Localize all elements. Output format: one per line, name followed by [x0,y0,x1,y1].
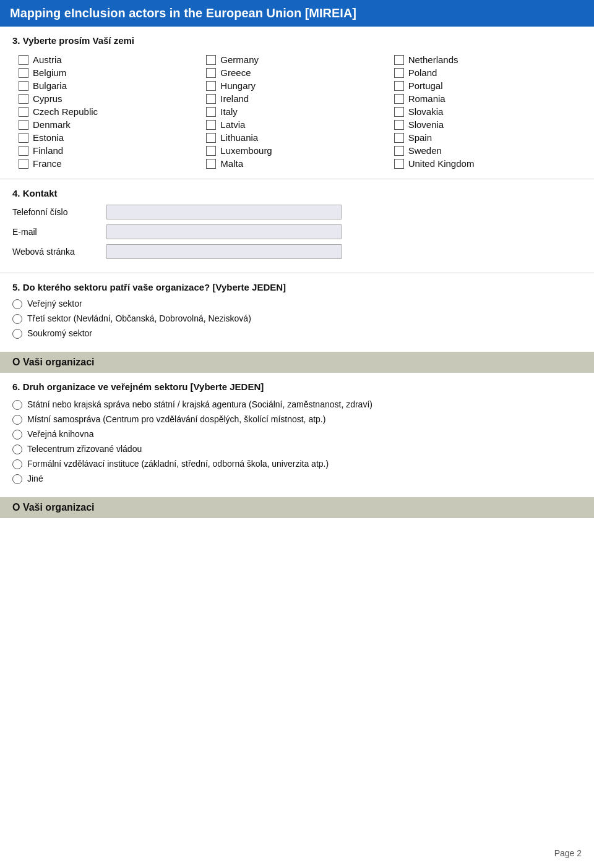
section-3-title: 3. Vyberte prosím Vaší zemi [12,35,582,46]
country-col-2: Germany Greece Hungary Ireland Italy [206,53,394,170]
radio-treti[interactable] [12,314,22,324]
portugal-checkbox[interactable] [394,81,404,91]
section-5-title: 5. Do kterého sektoru patří vaše organiz… [12,282,582,292]
slovakia-checkbox[interactable] [394,107,404,117]
radio-statni[interactable] [12,400,22,410]
finland-checkbox[interactable] [19,146,28,156]
list-item: Germany [206,53,394,66]
jine-label: Jiné [27,474,43,483]
spain-checkbox[interactable] [394,133,404,143]
radio-knihovna[interactable] [12,430,22,440]
hungary-checkbox[interactable] [206,81,216,91]
radio-formalni[interactable] [12,459,22,469]
greece-label: Greece [220,67,251,78]
section-6-title: 6. Druh organizace ve veřejném sektoru [… [12,381,582,392]
list-item: United Kingdom [394,157,582,170]
telefon-label: Telefonní číslo [12,207,99,217]
list-item: Poland [394,66,582,79]
radio-telecentrum[interactable] [12,445,22,454]
list-item: Portugal [394,79,582,92]
druh-option-1: Státní nebo krajská správa nebo státní /… [12,399,582,410]
telefon-input[interactable] [106,205,342,219]
email-input[interactable] [106,224,342,239]
estonia-checkbox[interactable] [19,133,28,143]
druh-option-4: Telecentrum zřizované vládou [12,444,582,454]
hungary-label: Hungary [220,80,256,91]
sektor-option-3: Soukromý sektor [12,328,582,339]
organizaci-bar-1-label: O Vaši organizaci [12,357,95,367]
germany-checkbox[interactable] [206,55,216,65]
italy-checkbox[interactable] [206,107,216,117]
section-5: 5. Do kterého sektoru patří vaše organiz… [0,273,594,352]
druh-option-2: Místní samospráva (Centrum pro vzděláván… [12,414,582,425]
list-item: Romania [394,92,582,105]
latvia-checkbox[interactable] [206,120,216,130]
druh-option-6: Jiné [12,474,582,484]
cyprus-checkbox[interactable] [19,94,28,104]
malta-checkbox[interactable] [206,159,216,169]
statni-label: Státní nebo krajská správa nebo státní /… [27,399,372,409]
radio-jine[interactable] [12,474,22,484]
cyprus-label: Cyprus [33,93,62,104]
latvia-label: Latvia [220,119,245,130]
lithuania-label: Lithuania [220,132,258,143]
telecentrum-label: Telecentrum zřizované vládou [27,444,142,454]
greece-checkbox[interactable] [206,68,216,78]
luxembourg-label: Luxembourg [220,145,272,156]
luxembourg-checkbox[interactable] [206,146,216,156]
section-4: 4. Kontakt Telefonní číslo E-mail Webová… [0,179,594,273]
list-item: Slovenia [394,118,582,131]
mistni-label: Místní samospráva (Centrum pro vzděláván… [27,414,325,424]
austria-checkbox[interactable] [19,55,28,65]
portugal-label: Portugal [408,80,443,91]
sweden-checkbox[interactable] [394,146,404,156]
web-label: Webová stránka [12,247,99,257]
list-item: Denmark [19,118,206,131]
list-item: Luxembourg [206,144,394,157]
malta-label: Malta [220,158,243,169]
list-item: Bulgaria [19,79,206,92]
bulgaria-checkbox[interactable] [19,81,28,91]
sektor-option-2: Třetí sektor (Nevládní, Občanská, Dobrov… [12,313,582,324]
romania-checkbox[interactable] [394,94,404,104]
czech-republic-label: Czech Republic [33,106,98,117]
radio-verejny[interactable] [12,299,22,309]
page-footer: Page 2 [554,848,582,858]
poland-checkbox[interactable] [394,68,404,78]
estonia-label: Estonia [33,132,64,143]
section-6: 6. Druh organizace ve veřejném sektoru [… [0,373,594,497]
united-kingdom-label: United Kingdom [408,158,475,169]
list-item: Czech Republic [19,105,206,118]
netherlands-checkbox[interactable] [394,55,404,65]
list-item: France [19,157,206,170]
sweden-label: Sweden [408,145,442,156]
ireland-checkbox[interactable] [206,94,216,104]
united-kingdom-checkbox[interactable] [394,159,404,169]
germany-label: Germany [220,54,259,65]
lithuania-checkbox[interactable] [206,133,216,143]
slovenia-checkbox[interactable] [394,120,404,130]
web-input[interactable] [106,244,342,259]
list-item: Sweden [394,144,582,157]
radio-soukromy[interactable] [12,329,22,339]
list-item: Latvia [206,118,394,131]
denmark-label: Denmark [33,119,71,130]
france-checkbox[interactable] [19,159,28,169]
page-title: Mapping eInclusion actors in the Europea… [10,6,356,20]
radio-mistni[interactable] [12,415,22,425]
poland-label: Poland [408,67,437,78]
denmark-checkbox[interactable] [19,120,28,130]
list-item: Austria [19,53,206,66]
organizaci-bar-1: O Vaši organizaci [0,352,594,373]
knihovna-label: Veřejná knihovna [27,429,93,439]
list-item: Spain [394,131,582,144]
austria-label: Austria [33,54,62,65]
czech-republic-checkbox[interactable] [19,107,28,117]
belgium-checkbox[interactable] [19,68,28,78]
country-col-3: Netherlands Poland Portugal Romania Slov… [394,53,582,170]
netherlands-label: Netherlands [408,54,458,65]
email-label: E-mail [12,227,99,237]
telefon-row: Telefonní číslo [12,205,582,219]
list-item: Netherlands [394,53,582,66]
list-item: Lithuania [206,131,394,144]
